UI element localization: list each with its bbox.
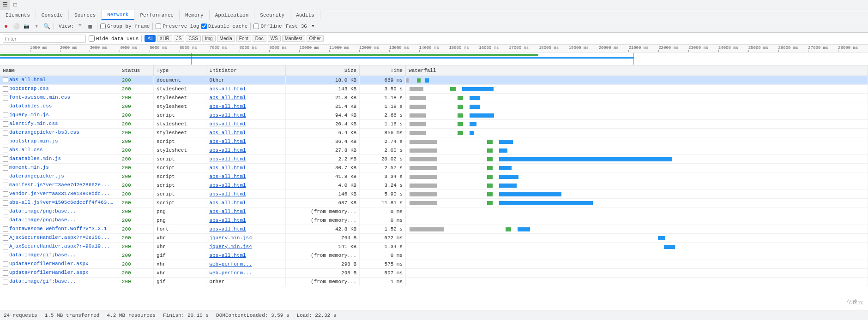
table-row[interactable]: bootstrap.css200stylesheetabs-all.html14… [0, 84, 868, 93]
cell-initiator-19[interactable]: jquery.min.js4 [206, 242, 286, 251]
devtools-icon-1[interactable]: ☰ [0, 0, 10, 10]
hide-data-urls-checkbox[interactable] [89, 36, 95, 41]
tab-elements[interactable]: Elements [0, 10, 36, 20]
table-row[interactable]: jquery.min.js200scriptabs-all.html94.4 K… [0, 111, 868, 119]
tab-performance[interactable]: Performance [134, 10, 180, 20]
cell-initiator-2[interactable]: abs-all.html [206, 93, 286, 102]
cell-initiator-16[interactable]: abs-all.html [206, 216, 286, 225]
cell-name-16[interactable]: data:image/png;base... [0, 216, 119, 225]
filter-type-doc[interactable]: Doc [253, 35, 266, 42]
tab-console[interactable]: Console [36, 10, 69, 20]
table-row[interactable]: abs-all.js?ver=1505c6edccff4f463...200sc… [0, 198, 868, 207]
col-header-size[interactable]: Size [285, 65, 359, 76]
cell-name-9[interactable]: datatables.min.js [0, 154, 119, 163]
table-row[interactable]: data:image/gif;base...200gifabs-all.html… [0, 251, 868, 260]
cell-name-12[interactable]: manifest.js?ver=3aee7d2e28662e... [0, 181, 119, 190]
filter-type-other[interactable]: Other [307, 35, 324, 42]
cell-name-2[interactable]: font-awesome.min.css [0, 93, 119, 102]
filter-type-manifest[interactable]: Manifest [282, 35, 305, 42]
cell-initiator-15[interactable]: abs-all.html [206, 207, 286, 216]
tab-memory[interactable]: Memory [180, 10, 210, 20]
cell-name-5[interactable]: alertify.min.css [0, 119, 119, 128]
cell-initiator-9[interactable]: abs-all.html [206, 154, 286, 163]
cell-initiator-5[interactable]: abs-all.html [206, 119, 286, 128]
col-header-type[interactable]: Type [154, 65, 206, 76]
filter-type-media[interactable]: Media [217, 35, 235, 42]
cell-name-14[interactable]: abs-all.js?ver=1505c6edccff4f463... [0, 198, 119, 207]
table-row[interactable]: fontawesome-webfont.woff?v=3.2.1200fonta… [0, 225, 868, 233]
cell-name-13[interactable]: vendor.js?ver=aa83178e13808ddc... [0, 190, 119, 198]
cell-initiator-13[interactable]: abs-all.html [206, 190, 286, 198]
table-row[interactable]: UpdataProfilerHandler.aspx200xhrweb-perf… [0, 268, 868, 277]
cell-name-18[interactable]: AjaxSecureHandler.aspx?r=0e356... [0, 233, 119, 242]
filter-type-font[interactable]: Font [236, 35, 251, 42]
search-button[interactable]: 🔍 [42, 22, 51, 30]
table-row[interactable]: moment.min.js200scriptabs-all.html30.7 K… [0, 163, 868, 172]
table-row[interactable]: AjaxSecureHandler.aspx?r=90a19...200xhrj… [0, 242, 868, 251]
disable-cache-checkbox[interactable] [201, 24, 207, 29]
cell-name-17[interactable]: fontawesome-webfont.woff?v=3.2.1 [0, 225, 119, 233]
cell-initiator-11[interactable]: abs-all.html [206, 172, 286, 181]
cell-initiator-1[interactable]: abs-all.html [206, 84, 286, 93]
record-button[interactable]: ● [2, 22, 10, 30]
table-row[interactable]: bootstrap.min.js200scriptabs-all.html36.… [0, 137, 868, 146]
cell-initiator-22[interactable]: web-perform... [206, 268, 286, 277]
table-row[interactable]: alertify.min.css200stylesheetabs-all.htm… [0, 119, 868, 128]
cell-name-0[interactable]: abs-all.html [0, 76, 119, 84]
fast3g-select[interactable]: Fast 3G [286, 24, 307, 29]
tab-audits[interactable]: Audits [290, 10, 320, 20]
cell-initiator-6[interactable]: abs-all.html [206, 128, 286, 137]
table-row[interactable]: daterangepicker-bs3.css200stylesheetabs-… [0, 128, 868, 137]
table-row[interactable]: datatables.css200stylesheetabs-all.html2… [0, 102, 868, 111]
cell-name-3[interactable]: datatables.css [0, 102, 119, 111]
view-grid-icon[interactable]: ▦ [86, 22, 94, 30]
view-list-icon[interactable]: ≡ [76, 22, 84, 30]
cell-initiator-4[interactable]: abs-all.html [206, 111, 286, 119]
filter-type-all[interactable]: All [145, 35, 155, 42]
preserve-log-checkbox[interactable] [156, 24, 161, 29]
group-by-frame-checkbox[interactable] [100, 24, 106, 29]
cell-initiator-3[interactable]: abs-all.html [206, 102, 286, 111]
cell-initiator-10[interactable]: abs-all.html [206, 163, 286, 172]
cell-name-4[interactable]: jquery.min.js [0, 111, 119, 119]
tab-network[interactable]: Network [102, 10, 134, 20]
fast3g-dropdown-icon[interactable]: ▼ [309, 22, 317, 30]
cell-initiator-17[interactable]: abs-all.html [206, 225, 286, 233]
col-header-waterfall[interactable]: Waterfall [406, 65, 868, 76]
cell-name-7[interactable]: bootstrap.min.js [0, 137, 119, 146]
cell-name-20[interactable]: data:image/gif;base... [0, 251, 119, 260]
cell-initiator-12[interactable]: abs-all.html [206, 181, 286, 190]
cell-initiator-20[interactable]: abs-all.html [206, 251, 286, 260]
cell-initiator-14[interactable]: abs-all.html [206, 198, 286, 207]
cell-name-23[interactable]: data:image/gif;base... [0, 277, 119, 286]
filter-button[interactable]: ▿ [32, 22, 41, 30]
filter-type-ws[interactable]: WS [268, 35, 281, 42]
cell-name-21[interactable]: UpdataProfilerHandler.aspx [0, 260, 119, 268]
cell-name-8[interactable]: abs-all.css [0, 146, 119, 154]
table-row[interactable]: data:image/png;base...200pngabs-all.html… [0, 216, 868, 225]
table-row[interactable]: data:image/png;base...200pngabs-all.html… [0, 207, 868, 216]
cell-name-1[interactable]: bootstrap.css [0, 84, 119, 93]
cell-name-11[interactable]: daterangepicker.js [0, 172, 119, 181]
tab-security[interactable]: Security [254, 10, 290, 20]
col-header-name[interactable]: Name [0, 65, 119, 76]
cell-initiator-18[interactable]: jquery.min.js4 [206, 233, 286, 242]
tab-application[interactable]: Application [210, 10, 255, 20]
col-header-time[interactable]: Time [360, 65, 406, 76]
table-row[interactable]: data:image/gif;base...200gifOther(from m… [0, 277, 868, 286]
cell-name-10[interactable]: moment.min.js [0, 163, 119, 172]
clear-button[interactable]: ⚪ [12, 22, 20, 30]
table-row[interactable]: manifest.js?ver=3aee7d2e28662e...200scri… [0, 181, 868, 190]
cell-initiator-21[interactable]: web-perform... [206, 260, 286, 268]
filter-input[interactable] [3, 35, 86, 43]
table-row[interactable]: vendor.js?ver=aa83178e13808ddc...200scri… [0, 190, 868, 198]
table-row[interactable]: abs-all.html200documentOther18.0 KB669 m… [0, 76, 868, 84]
cell-name-6[interactable]: daterangepicker-bs3.css [0, 128, 119, 137]
cell-name-15[interactable]: data:image/png;base... [0, 207, 119, 216]
devtools-icon-2[interactable]: □ [10, 0, 20, 10]
filter-type-xhr[interactable]: XHR [157, 35, 172, 42]
filter-type-css[interactable]: CSS [186, 35, 201, 42]
col-header-status[interactable]: Status [119, 65, 153, 76]
offline-checkbox[interactable] [253, 24, 259, 29]
filter-type-js[interactable]: JS [174, 35, 185, 42]
